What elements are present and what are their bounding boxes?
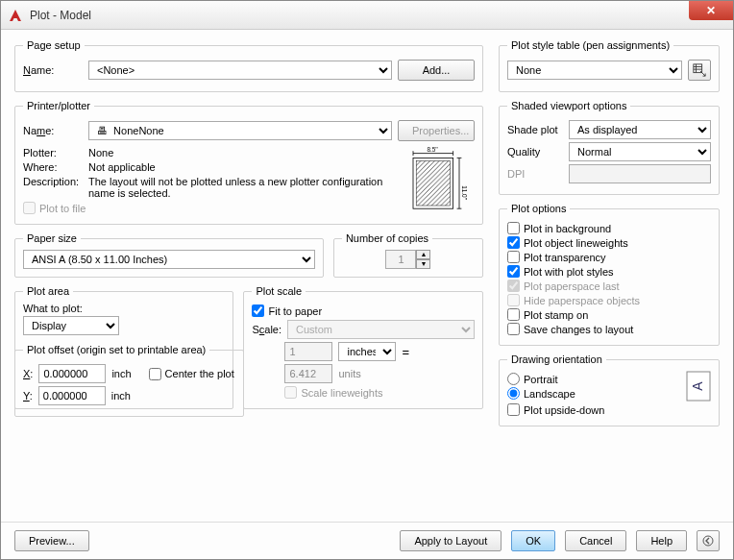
upside-down-checkbox[interactable]: [507, 403, 520, 416]
scale-numerator-input[interactable]: [284, 342, 332, 361]
plot-paperspace-label: Plot paperspace last: [524, 280, 620, 292]
plot-paperspace-checkbox[interactable]: [507, 280, 520, 292]
what-to-plot-select[interactable]: Display: [23, 316, 119, 335]
copies-input[interactable]: [385, 250, 416, 269]
window-title: Plot - Model: [30, 9, 91, 22]
copies-legend: Number of copies: [342, 232, 432, 244]
upside-down-label: Plot upside-down: [524, 404, 604, 416]
printer-legend: Printer/plotter: [23, 100, 94, 111]
plot-scale-group: Plot scale Fit to paper Scale:Custom inc…: [243, 285, 483, 409]
footer: Preview... Apply to Layout OK Cancel Hel…: [1, 522, 733, 559]
table-edit-icon: [693, 63, 706, 77]
drawing-units-input[interactable]: [284, 364, 332, 383]
fit-to-paper-checkbox[interactable]: [252, 304, 264, 317]
description-value: The layout will not be plotted unless a …: [88, 176, 398, 199]
plot-style-edit-button[interactable]: [688, 60, 711, 81]
shaded-legend: Shaded viewport options: [507, 100, 630, 111]
scale-unit-select[interactable]: inches: [338, 342, 396, 361]
autocad-icon: [7, 7, 24, 24]
plot-bg-label: Plot in background: [524, 223, 611, 234]
plot-stamp-checkbox[interactable]: [507, 308, 520, 321]
quality-label: Quality: [507, 146, 563, 158]
plot-scale-legend: Plot scale: [252, 285, 306, 297]
collapse-button[interactable]: [697, 530, 720, 551]
portrait-radio[interactable]: [507, 373, 520, 385]
page-setup-legend: Page setup: [23, 39, 85, 51]
paper-size-legend: Paper size: [23, 232, 81, 244]
x-label: X:: [23, 368, 33, 379]
plot-options-legend: Plot options: [507, 203, 570, 214]
plot-lw-checkbox[interactable]: [507, 236, 520, 249]
scale-select[interactable]: Custom: [287, 320, 475, 339]
y-input[interactable]: [38, 386, 106, 405]
plot-options-group: Plot options Plot in background Plot obj…: [499, 203, 720, 346]
chevron-left-icon: [702, 535, 714, 547]
x-unit: inch: [111, 368, 131, 379]
svg-point-9: [703, 536, 713, 546]
what-to-plot-label: What to plot:: [23, 303, 225, 314]
paper-size-select[interactable]: ANSI A (8.50 x 11.00 Inches): [23, 250, 315, 269]
copies-group: Number of copies ▲ ▼: [333, 232, 483, 278]
dpi-input[interactable]: [569, 164, 711, 183]
scale-lineweights-checkbox[interactable]: [284, 386, 297, 399]
save-changes-label: Save changes to layout: [524, 324, 633, 335]
plot-style-group: Plot style table (pen assignments) None: [499, 39, 720, 92]
scale-label: Scale:: [252, 324, 281, 335]
plot-style-legend: Plot style table (pen assignments): [507, 39, 673, 51]
titlebar: Plot - Model ✕: [1, 1, 733, 30]
plot-dialog: Plot - Model ✕ Page setup Name: <None> A…: [0, 0, 734, 560]
center-plot-checkbox[interactable]: [149, 368, 161, 380]
quality-select[interactable]: Normal: [569, 142, 711, 161]
dialog-body: Page setup Name: <None> Add... Printer/p…: [1, 30, 733, 522]
close-icon: ✕: [706, 4, 716, 17]
plot-offset-group: Plot offset (origin set to printable are…: [14, 344, 244, 417]
hide-paperspace-checkbox[interactable]: [507, 294, 520, 306]
x-input[interactable]: [38, 364, 106, 383]
copies-up[interactable]: ▲: [416, 250, 430, 259]
orientation-legend: Drawing orientation: [507, 353, 606, 365]
y-label: Y:: [23, 390, 33, 402]
plotter-value: None: [88, 147, 113, 158]
plot-bg-checkbox[interactable]: [507, 222, 520, 234]
cancel-button[interactable]: Cancel: [565, 530, 626, 551]
units-label: units: [338, 368, 360, 379]
svg-rect-1: [416, 161, 450, 206]
description-label: Description:: [23, 176, 83, 187]
plot-styles-label: Plot with plot styles: [524, 266, 614, 278]
paper-preview-icon: 8.5'' 11.0'': [405, 144, 475, 213]
orientation-icon: A: [686, 371, 711, 402]
printer-name-label: Name:: [23, 125, 83, 136]
svg-text:A: A: [690, 381, 705, 391]
shaded-viewport-group: Shaded viewport options Shade plotAs dis…: [499, 100, 720, 195]
save-changes-checkbox[interactable]: [507, 323, 520, 335]
plot-to-file-checkbox[interactable]: [23, 202, 36, 214]
apply-layout-button[interactable]: Apply to Layout: [400, 530, 502, 551]
plot-to-file-label: Plot to file: [39, 203, 86, 214]
preview-button[interactable]: Preview...: [14, 530, 89, 551]
copies-down[interactable]: ▼: [416, 259, 430, 269]
plot-style-select[interactable]: None: [507, 61, 682, 80]
plot-lw-label: Plot object lineweights: [524, 237, 628, 249]
page-setup-group: Page setup Name: <None> Add...: [14, 39, 483, 92]
plotter-label: Plotter:: [23, 147, 83, 158]
properties-button[interactable]: Properties...: [398, 120, 475, 141]
ok-button[interactable]: OK: [511, 530, 555, 551]
add-button[interactable]: Add...: [398, 60, 475, 81]
close-button[interactable]: ✕: [689, 1, 733, 20]
center-plot-label: Center the plot: [165, 368, 234, 379]
plot-styles-checkbox[interactable]: [507, 265, 520, 278]
plot-stamp-label: Plot stamp on: [524, 309, 588, 321]
equals-icon: =: [402, 345, 409, 359]
page-name-select[interactable]: <None>: [88, 61, 392, 80]
printer-name-select[interactable]: 🖶 NoneNone: [88, 121, 392, 140]
landscape-radio[interactable]: [507, 387, 520, 400]
paper-size-group: Paper size ANSI A (8.50 x 11.00 Inches): [14, 232, 324, 278]
page-name-label: Name:: [23, 64, 83, 76]
shade-plot-select[interactable]: As displayed: [569, 120, 711, 139]
scale-lineweights-label: Scale lineweights: [301, 387, 382, 399]
portrait-label: Portrait: [524, 374, 557, 385]
where-value: Not applicable: [88, 161, 156, 173]
plot-trans-checkbox[interactable]: [507, 251, 520, 263]
plot-offset-legend: Plot offset (origin set to printable are…: [23, 344, 209, 355]
help-button[interactable]: Help: [636, 530, 687, 551]
